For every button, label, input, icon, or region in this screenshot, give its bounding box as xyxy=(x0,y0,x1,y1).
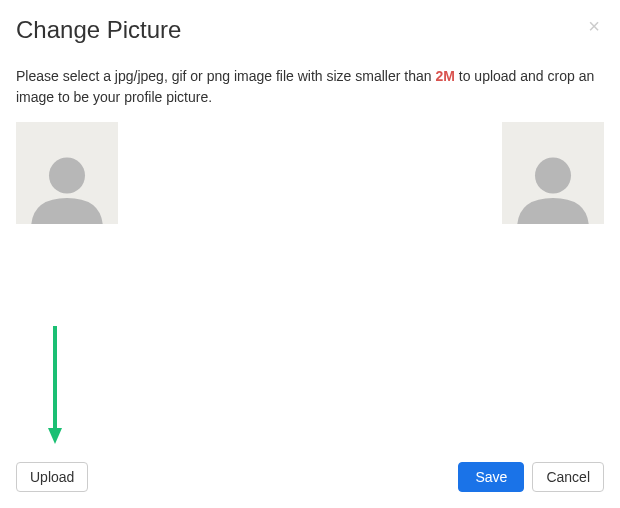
save-button[interactable]: Save xyxy=(458,462,524,492)
close-icon: × xyxy=(588,15,600,37)
close-button[interactable]: × xyxy=(584,16,604,36)
svg-point-1 xyxy=(535,158,571,194)
avatar-crop-preview-placeholder xyxy=(502,122,604,224)
size-limit: 2M xyxy=(435,68,454,84)
avatar-preview-row xyxy=(16,122,604,224)
person-icon xyxy=(508,148,598,224)
person-icon xyxy=(22,148,112,224)
footer-right: Save Cancel xyxy=(458,462,604,492)
cancel-button[interactable]: Cancel xyxy=(532,462,604,492)
instruction-prefix: Please select a jpg/jpeg, gif or png ima… xyxy=(16,68,435,84)
upload-instruction-text: Please select a jpg/jpeg, gif or png ima… xyxy=(16,66,604,108)
svg-marker-3 xyxy=(48,428,62,444)
modal-footer: Upload Save Cancel xyxy=(16,462,604,492)
avatar-source-placeholder xyxy=(16,122,118,224)
footer-left: Upload xyxy=(16,462,88,492)
annotation-arrow-icon xyxy=(48,326,68,446)
modal-header: Change Picture × xyxy=(16,16,604,44)
modal-title: Change Picture xyxy=(16,16,181,44)
svg-point-0 xyxy=(49,158,85,194)
upload-button[interactable]: Upload xyxy=(16,462,88,492)
